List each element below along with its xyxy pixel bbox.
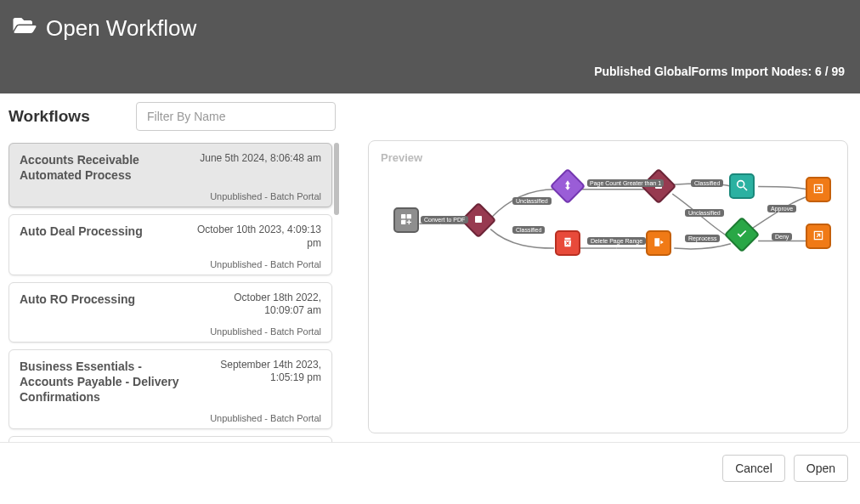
workflow-name: Auto RO Processing <box>20 292 135 307</box>
export-node-icon <box>806 224 831 249</box>
open-button[interactable]: Open <box>794 455 848 482</box>
start-node-icon <box>393 207 419 233</box>
action-node-icon <box>646 230 671 256</box>
edge-label: Delete Page Range <box>587 237 646 245</box>
edge-label: Page Count Greater than 1 <box>587 179 664 187</box>
export-node-icon <box>806 177 831 202</box>
search-node-icon <box>729 173 755 199</box>
edge-label: Convert to PDF <box>421 216 468 224</box>
workflow-card[interactable]: Business Essentials - Accounts Payable -… <box>8 349 332 430</box>
workflow-status: Unpublished - Batch Portal <box>20 191 321 201</box>
workflow-status: Unpublished - Batch Portal <box>20 259 321 269</box>
workflow-diagram: Convert to PDF Unclassified Classified P… <box>381 167 835 421</box>
edge-label: Approve <box>767 205 796 212</box>
decision-node-icon <box>550 168 586 204</box>
edge-label: Reprocess <box>685 235 720 242</box>
workflow-date: June 5th 2024, 8:06:48 am <box>200 152 321 166</box>
workflow-name: Accounts Receivable Automated Process <box>20 152 198 183</box>
svg-rect-1 <box>407 214 411 218</box>
delete-node-icon <box>555 230 580 256</box>
edge-label: Deny <box>772 233 792 241</box>
cancel-button[interactable]: Cancel <box>722 455 785 482</box>
workflow-status: Unpublished - Batch Portal <box>20 326 321 337</box>
svg-rect-2 <box>401 220 405 224</box>
workflow-date: October 18th 2022, 10:09:07 am <box>194 292 321 318</box>
workflow-card[interactable]: Auto Deal Processing October 10th 2023, … <box>8 214 332 275</box>
svg-rect-3 <box>475 216 482 223</box>
edge-label: Classified <box>691 179 723 187</box>
workflow-card[interactable]: Auto RO Processing October 18th 2022, 10… <box>8 282 332 343</box>
preview-panel: Preview <box>368 140 848 433</box>
svg-point-5 <box>738 181 744 188</box>
dialog-title: Open Workflow <box>46 15 196 42</box>
workflow-name: Auto Deal Processing <box>20 224 143 239</box>
filter-input[interactable] <box>136 102 336 131</box>
workflow-card[interactable]: Business Essentials - Accounts Payable -… <box>8 436 332 442</box>
approve-node-icon <box>724 217 760 252</box>
edge-label: Unclassified <box>512 197 552 205</box>
workflows-heading: Workflows <box>8 107 90 126</box>
svg-rect-0 <box>401 214 405 218</box>
import-node-count: Published GlobalForms Import Nodes: 6 / … <box>594 65 845 78</box>
workflow-card[interactable]: Accounts Receivable Automated Process Ju… <box>8 143 332 207</box>
scrollbar-thumb[interactable] <box>334 143 339 215</box>
workflow-date: October 10th 2023, 4:09:13 pm <box>194 224 321 250</box>
edge-label: Unclassified <box>685 209 724 217</box>
folder-open-icon <box>12 15 37 42</box>
workflow-date: September 14th 2023, 1:05:19 pm <box>198 359 321 385</box>
edge-label: Classified <box>512 226 545 234</box>
preview-label: Preview <box>381 151 835 164</box>
workflow-name: Business Essentials - Accounts Payable -… <box>20 359 198 405</box>
workflow-status: Unpublished - Batch Portal <box>20 413 321 423</box>
